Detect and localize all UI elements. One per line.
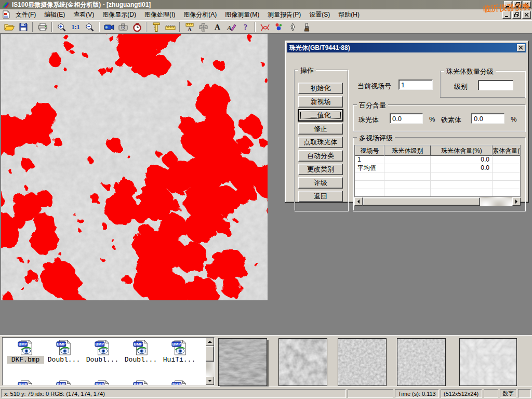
help-icon[interactable]: ? — [238, 21, 252, 33]
ruler-horizontal-icon[interactable] — [163, 21, 177, 33]
menu-image-measure[interactable]: 图像测量(M) — [221, 9, 263, 20]
menu-file[interactable]: 文件(F) — [11, 9, 40, 20]
list-item[interactable]: BMP — [161, 380, 198, 385]
level-input[interactable] — [478, 80, 513, 90]
rate-button[interactable]: 评级 — [298, 177, 343, 189]
thumbnail-4[interactable] — [397, 338, 446, 386]
open-folder-icon[interactable] — [2, 21, 16, 33]
thumbnail-2[interactable] — [278, 338, 327, 386]
file-browser-panel: BMP DKF.bmp BMP Doubl... BMP Doubl... BM… — [0, 335, 532, 387]
menu-image-display[interactable]: 图像显示(D) — [98, 9, 140, 20]
status-mode: 数字 — [500, 389, 516, 398]
ferrite-percent-input[interactable] — [471, 113, 504, 124]
list-item[interactable]: BMP — [84, 380, 121, 385]
scroll-right-icon[interactable] — [512, 197, 521, 206]
new-field-button[interactable]: 新视场 — [298, 96, 343, 108]
list-item[interactable]: BMP Doubl... — [45, 340, 83, 364]
auto-classify-button[interactable]: 自动分类 — [298, 150, 343, 162]
scroll-up-icon[interactable] — [206, 338, 214, 346]
list-item[interactable]: BMP Doubl... — [122, 340, 159, 364]
brush-tool-icon[interactable] — [300, 21, 314, 33]
rating-table[interactable]: 视场号 珠光体级别 珠光体含量(%) 铁素体含量(%) 1 0.0 平均值 0.… — [354, 145, 521, 197]
list-item[interactable]: BMP Doubl... — [84, 340, 121, 364]
file-list-scrollbar[interactable] — [206, 338, 214, 385]
pen-tool-icon[interactable] — [286, 21, 300, 33]
svg-text:BMP: BMP — [172, 382, 181, 385]
thumbnail-1[interactable] — [218, 338, 267, 386]
table-row-empty — [355, 181, 520, 189]
list-item[interactable]: BMP — [122, 380, 159, 385]
menu-measure-report[interactable]: 测量报告(P) — [263, 9, 305, 20]
status-time: Time (s): 0.113 — [395, 389, 439, 398]
col-field-no: 视场号 — [355, 145, 384, 156]
menu-view[interactable]: 查看(V) — [69, 9, 98, 20]
rating-table-header: 视场号 珠光体级别 珠光体含量(%) 铁素体含量(%) — [355, 145, 520, 156]
curve-tool-icon[interactable] — [258, 21, 272, 33]
svg-text:A: A — [188, 26, 192, 32]
scrollbar-thumb[interactable] — [363, 197, 480, 206]
file-label: HuiTi... — [161, 356, 198, 364]
current-field-label: 当前视场号 — [357, 82, 391, 91]
menu-help[interactable]: 帮助(H) — [334, 9, 364, 20]
list-item[interactable]: BMP HuiTi... — [161, 340, 198, 364]
menu-image-analysis[interactable]: 图像分析(A) — [179, 9, 221, 20]
menu-bar: 文件(F) 编辑(E) 查看(V) 图像显示(D) 图像处理(I) 图像分析(A… — [0, 9, 532, 20]
list-item[interactable]: BMP DKF.bmp — [7, 340, 44, 364]
table-horizontal-scrollbar[interactable] — [354, 197, 521, 206]
table-row[interactable]: 1 0.0 — [355, 156, 520, 164]
init-button[interactable]: 初始化 — [298, 83, 343, 94]
dialog-close-icon[interactable] — [517, 44, 525, 51]
file-list[interactable]: BMP DKF.bmp BMP Doubl... BMP Doubl... BM… — [2, 337, 215, 385]
file-label: Doubl... — [84, 356, 121, 364]
current-field-input[interactable] — [398, 79, 433, 90]
scrollbar-thumb[interactable] — [206, 346, 214, 362]
print-icon[interactable] — [35, 21, 49, 33]
level-label: 级别 — [454, 82, 468, 91]
toolbar-separator — [51, 22, 52, 32]
pearlite-percent-sign: % — [429, 115, 435, 123]
change-class-button[interactable]: 更改类别 — [298, 164, 343, 175]
thumbnail-5[interactable] — [459, 338, 517, 386]
dialog-title-bar[interactable]: 珠光体(GB/T9441-88) — [287, 43, 526, 52]
col-pearlite-level: 珠光体级别 — [384, 145, 431, 156]
pick-pearlite-button[interactable]: 点取珠光体 — [298, 137, 343, 148]
return-button[interactable]: 返回 — [298, 191, 343, 202]
scroll-left-icon[interactable] — [354, 197, 363, 206]
menu-settings[interactable]: 设置(S) — [305, 9, 334, 20]
metallographic-image[interactable] — [1, 34, 268, 300]
svg-text:BMP: BMP — [172, 342, 181, 347]
color-classify-icon[interactable] — [272, 21, 286, 33]
list-item[interactable]: BMP — [45, 380, 83, 385]
list-item[interactable]: BMP — [7, 380, 44, 385]
menu-edit[interactable]: 编辑(E) — [40, 9, 69, 20]
zoom-in-icon[interactable] — [55, 21, 69, 33]
toolbar-separator — [179, 22, 180, 32]
actual-size-icon[interactable]: 1:1 — [69, 21, 83, 33]
table-row[interactable]: 平均值 0.0 — [355, 164, 520, 172]
timer-icon[interactable] — [130, 21, 144, 33]
status-empty-1 — [348, 389, 393, 398]
correct-button[interactable]: 修正 — [298, 123, 343, 135]
app-icon — [2, 1, 10, 8]
thumbnail-3[interactable] — [338, 338, 387, 386]
save-icon[interactable] — [16, 21, 30, 33]
text-edit-icon[interactable]: A — [224, 21, 238, 33]
video-camera-icon[interactable] — [102, 21, 116, 33]
scroll-down-icon[interactable] — [206, 377, 214, 385]
svg-text:BMP: BMP — [19, 382, 28, 385]
bmp-file-icon: BMP — [95, 380, 110, 385]
binarize-button[interactable]: 二值化 — [298, 110, 343, 121]
bmp-file-icon: BMP — [56, 380, 72, 385]
measure-text-icon[interactable]: A — [182, 21, 196, 33]
svg-text:BMP: BMP — [134, 382, 143, 385]
grid-cross-icon[interactable] — [196, 21, 210, 33]
text-annotation-icon[interactable]: A — [210, 21, 224, 33]
camera-icon[interactable] — [116, 21, 130, 33]
zoom-out-icon[interactable] — [83, 21, 97, 33]
svg-text:BMP: BMP — [57, 382, 66, 385]
menu-image-processing[interactable]: 图像处理(I) — [140, 9, 179, 20]
pearlite-percent-input[interactable] — [390, 113, 423, 124]
toolbar-separator — [99, 22, 100, 32]
caliper-vertical-icon[interactable] — [149, 21, 163, 33]
table-row-empty — [355, 172, 520, 181]
